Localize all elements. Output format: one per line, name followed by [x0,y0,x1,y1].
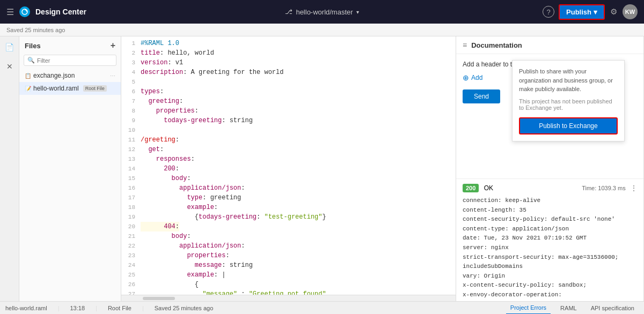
status-bar: Saved 25 minutes ago [0,24,644,36]
header-line: connection: keep-alive [463,196,637,206]
publish-button[interactable]: Publish ▾ [559,4,605,20]
main-layout: 📄 ✕ Files + 🔍 📋 exchange.json ⋯ 📝 hello-… [0,36,644,301]
code-line: 10 [121,125,456,135]
code-line: 16 application/json: [121,183,456,193]
help-button[interactable]: ? [543,6,554,18]
bottom-tabs: Project Errors RAML API specification [506,302,639,315]
files-title: Files [25,42,41,50]
root-file-badge: Root File [83,85,107,92]
publish-note: This project has not been published to E… [519,98,618,111]
menu-icon[interactable]: ☰ [6,7,14,17]
add-label: Add [471,74,482,81]
header-line: date: Tue, 23 Nov 2021 07:19:52 GMT [463,234,637,243]
code-line: 3version: v1 [121,58,456,68]
search-box[interactable]: 🔍 [24,55,116,66]
search-icon: 🔍 [27,57,35,64]
divider: | [142,305,144,311]
tab-project-errors[interactable]: Project Errors [506,302,551,315]
sidebar-icons: 📄 ✕ [0,36,19,301]
header-line: vary: Origin [463,272,637,281]
publish-label: Publish [566,8,591,16]
plus-circle-icon: ⊕ [463,73,469,82]
chevron-down-icon: ▾ [356,9,359,15]
doc-title: Documentation [471,41,522,49]
divider: | [96,305,97,311]
files-header: Files + [19,36,121,55]
code-line: 2title: hello, world [121,48,456,58]
bottom-saved-status: Saved 25 minutes ago [155,305,213,311]
branch-name: hello-world/master [296,8,353,16]
publish-to-exchange-button[interactable]: Publish to Exchange [519,117,618,134]
response-meta: Time: 1039.3 ms ⋮ [582,184,637,192]
user-avatar[interactable]: KW [623,4,638,19]
header-line: strict-transport-security: max-age=31536… [463,253,637,272]
code-line: 20 404: [121,222,456,231]
code-line: 19 {todays-greeting: "test-greeting"} [121,212,456,222]
file-options-icon[interactable]: ⋯ [110,73,115,79]
response-headers: connection: keep-alive content-length: 3… [463,196,637,301]
code-editor: 1#%RAML 1.0 2title: hello, world 3versio… [121,36,456,301]
status-text: OK [484,184,493,192]
saved-status: Saved 25 minutes ago [6,27,65,33]
code-line: 4description: A greeting for the world [121,68,456,77]
search-input[interactable] [37,57,113,64]
code-line: 5 [121,77,456,87]
file-name: exchange.json [33,72,75,79]
code-line: 7 greeting: [121,96,456,106]
header-line: x-content-security-policy: sandbox; [463,281,637,290]
files-icon[interactable]: 📄 [3,41,16,54]
code-line: 18 example: [121,203,456,212]
doc-header: ≡ Documentation [456,36,643,54]
file-type: Root File [108,305,131,311]
header-line: content-type: application/json [463,225,637,234]
code-line: 6types: [121,87,456,96]
code-line: 12 get: [121,145,456,154]
code-line: 17 type: greeting [121,193,456,203]
header-line: content-length: 35 [463,206,637,215]
response-status: 200 OK [463,184,493,192]
top-bar: ☰ Design Center ⎇ hello-world/master ▾ ?… [0,0,644,24]
code-line: 27 "message" : "Greeting not found" [121,289,456,295]
file-item-raml[interactable]: 📝 hello-world.raml Root File [19,82,121,95]
file-icon: 📋 [25,73,31,79]
horizontal-scrollbar[interactable] [121,295,456,301]
more-options-icon[interactable]: ⋮ [631,184,637,192]
exchange-icon[interactable]: ✕ [4,60,15,73]
chevron-down-icon: ▾ [594,8,597,16]
app-title: Design Center [35,8,86,16]
file-item-exchange[interactable]: 📋 exchange.json ⋯ [19,69,121,82]
files-panel: Files + 🔍 📋 exchange.json ⋯ 📝 hello-worl… [19,36,121,301]
code-line: 21 body: [121,231,456,241]
code-line: 25 example: | [121,270,456,280]
tab-raml[interactable]: RAML [556,302,581,315]
branch-info[interactable]: ⎇ hello-world/master ▾ [285,8,358,16]
code-line: 8 properties: [121,106,456,116]
cursor-position: 13:18 [70,305,85,311]
doc-icon: ≡ [463,41,467,49]
response-header: 200 OK Time: 1039.3 ms ⋮ [463,184,637,192]
code-line: 26 { [121,280,456,289]
publish-description: Publish to share with your organization … [519,67,618,94]
header-line: x-envoy-decorator-operation: [463,290,637,300]
status-badge: 200 [463,184,479,192]
publish-panel: Publish to share with your organization … [512,60,625,141]
header-line: server: nginx [463,243,637,253]
branch-icon: ⎇ [285,8,292,16]
code-line: 14 200: [121,164,456,174]
code-content[interactable]: 1#%RAML 1.0 2title: hello, world 3versio… [121,36,456,295]
code-line: 15 body: [121,174,456,183]
header-line: content-security-policy: default-src 'no… [463,215,637,225]
tab-api-spec[interactable]: API specification [587,302,639,315]
code-line: 9 todays-greeting: string [121,116,456,125]
header-line: service.mocking.svc.cluster.local:80/* [463,300,637,301]
code-line: 13 responses: [121,154,456,164]
brand-logo [19,6,30,17]
code-line: 11/greeting: [121,135,456,145]
code-line: 23 properties: [121,251,456,260]
add-file-button[interactable]: + [111,41,115,50]
top-bar-actions: ? Publish ▾ ⚙ KW [543,4,638,20]
gear-button[interactable]: ⚙ [609,6,618,18]
send-button[interactable]: Send [463,89,500,103]
file-name: hello-world.raml [33,85,79,92]
file-icon: 📝 [25,86,31,92]
